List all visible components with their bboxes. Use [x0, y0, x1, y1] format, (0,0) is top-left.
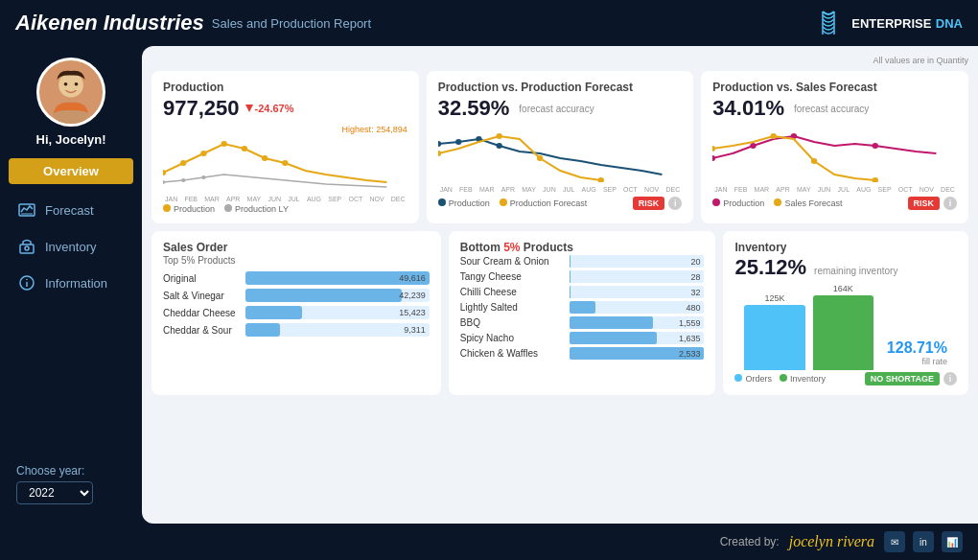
- product-bar-fill-chilli: [570, 286, 570, 298]
- no-shortage-badge: NO SHORTAGE: [865, 372, 940, 385]
- inventory-card: Inventory 25.12% remaining inventory 125…: [723, 231, 968, 395]
- chart-icon[interactable]: 📊: [942, 531, 963, 552]
- inventory-icon: [16, 236, 37, 257]
- pvf-legend: Production Production Forecast: [438, 198, 588, 208]
- pvf-footer: RISK i: [633, 197, 683, 210]
- highest-label: Highest: 254,894: [163, 125, 408, 134]
- bottom-products-title: Bottom 5% Products: [460, 241, 705, 254]
- svg-point-38: [712, 146, 715, 152]
- pvf-pct: 32.59%: [438, 96, 510, 121]
- product-bar-bg-sour: 20: [570, 255, 705, 268]
- prod-vs-sales-card: Production vs. Sales Forecast 34.01% for…: [701, 71, 968, 223]
- product-name-sour: Sour Cream & Onion: [460, 256, 566, 267]
- product-bar-fill-lightly: [570, 301, 595, 314]
- pvf-title: Production vs. Production Forecast: [438, 81, 683, 94]
- pvf-x-labels: JANFEBMARAPRMAYJUNJULAUGSEPOCTNOVDEC: [438, 186, 683, 193]
- overview-button[interactable]: Overview: [9, 158, 133, 184]
- sidebar-item-information[interactable]: Information: [9, 267, 133, 299]
- pvs-value-row: 34.01% forecast accuracy: [712, 96, 957, 121]
- pvs-info-icon[interactable]: i: [943, 197, 957, 210]
- pvs-chart: [712, 125, 957, 182]
- year-label: Choose year:: [16, 464, 126, 478]
- svg-point-22: [282, 160, 288, 166]
- inventory-info-icon[interactable]: i: [943, 372, 957, 385]
- email-icon[interactable]: ✉: [884, 531, 905, 552]
- product-name-lightly: Lightly Salted: [460, 302, 566, 313]
- pvf-info-icon[interactable]: i: [668, 197, 682, 210]
- product-name-chicken: Chicken & Waffles: [460, 348, 566, 359]
- sales-bar-cheddarsour: Cheddar & Sour 9,311: [163, 323, 430, 337]
- product-value-spicy: 1,635: [679, 334, 701, 343]
- inventory-bar-chart: 125K 164K 128.71% fill rate: [734, 284, 957, 370]
- bar-value-salt: 42,239: [399, 291, 426, 300]
- svg-point-25: [201, 175, 205, 179]
- sidebar-item-forecast[interactable]: Forecast: [9, 194, 133, 226]
- linkedin-icon[interactable]: in: [913, 531, 934, 552]
- orders-bar-label: 125K: [765, 293, 785, 303]
- sales-bar-cheddar: Cheddar Cheese 15,423: [163, 306, 430, 319]
- product-bar-bg-tangy: 28: [570, 270, 705, 283]
- bar-bg-cheddarsour: 9,311: [245, 323, 430, 337]
- pvf-risk-badge: RISK: [633, 197, 665, 210]
- content-area: All values are in Quantity Production 97…: [142, 46, 978, 524]
- svg-point-34: [712, 155, 715, 161]
- avatar: [36, 58, 105, 127]
- header-title: Aikenen Industries Sales and Production …: [15, 11, 371, 35]
- all-values-note: All values are in Quantity: [151, 56, 968, 65]
- production-x-labels: JANFEBMARAPRMAYJUNJULAUGSEPOCTNOVDEC: [163, 196, 408, 202]
- fill-rate-value: 128.71%: [887, 339, 947, 357]
- sidebar-item-inventory[interactable]: Inventory: [9, 230, 133, 263]
- svg-point-24: [181, 178, 185, 182]
- product-name-tangy: Tangy Cheese: [460, 271, 566, 282]
- svg-point-35: [751, 143, 757, 149]
- year-select[interactable]: 2022 2021 2020: [16, 481, 93, 504]
- svg-point-19: [221, 141, 226, 147]
- product-value-sour: 20: [690, 257, 700, 267]
- header-subtitle: Sales and Production Report: [212, 16, 371, 31]
- svg-point-41: [873, 177, 878, 182]
- sales-order-title: Sales Order: [163, 241, 430, 254]
- pvs-x-labels: JANFEBMARAPRMAYJUNJULAUGSEPOCTNOVDEC: [712, 186, 957, 193]
- avatar-image: [39, 58, 103, 127]
- svg-point-14: [26, 279, 28, 281]
- svg-point-31: [496, 133, 501, 139]
- svg-point-32: [537, 155, 543, 161]
- svg-point-11: [25, 246, 29, 250]
- inventory-bar: [813, 295, 873, 370]
- footer-icons: ✉ in 📊: [884, 531, 963, 552]
- pvs-pct: 34.01%: [712, 96, 784, 121]
- footer-creator-name: jocelyn rivera: [789, 533, 874, 550]
- sales-order-subtitle: Top 5% Products: [163, 255, 430, 266]
- main-layout: Hi, Jocelyn! Overview Forecast: [0, 46, 978, 524]
- product-bar-fill-sour: [570, 255, 570, 268]
- dna-icon: [813, 8, 844, 38]
- bar-fill-cheddarsour: [245, 323, 280, 337]
- svg-point-26: [438, 141, 441, 147]
- bar-bg-cheddar: 15,423: [245, 306, 430, 319]
- product-row-lightly: Lightly Salted 480: [460, 301, 705, 314]
- svg-marker-15: [245, 105, 253, 112]
- prod-vs-forecast-card: Production vs. Production Forecast 32.59…: [427, 71, 694, 223]
- svg-point-37: [873, 143, 878, 149]
- bar-fill-cheddar: [245, 306, 302, 319]
- pvs-title: Production vs. Sales Forecast: [712, 81, 957, 94]
- bottom-products-card: Bottom 5% Products Sour Cream & Onion 20…: [449, 231, 716, 395]
- production-chart-container: Highest: 254,894: [163, 125, 408, 196]
- logo-area: ENTERPRISE DNA: [813, 8, 963, 38]
- inventory-pct-label: remaining inventory: [814, 266, 897, 276]
- bottom-row: Sales Order Top 5% Products Original 49,…: [151, 231, 968, 395]
- svg-point-39: [771, 133, 777, 139]
- inventory-legend: Orders Inventory: [734, 374, 826, 384]
- information-label: Information: [45, 276, 107, 291]
- product-row-chilli: Chilli Cheese 32: [460, 286, 705, 298]
- orders-bar-container: 125K: [744, 284, 804, 370]
- svg-point-40: [811, 158, 817, 164]
- production-card: Production 977,250 -24.67% Highest: 254,…: [151, 71, 419, 223]
- pvf-pct-label: forecast accuracy: [519, 104, 594, 114]
- header: Aikenen Industries Sales and Production …: [0, 0, 978, 46]
- sales-bar-salt: Salt & Vinegar 42,239: [163, 289, 430, 302]
- product-bar-bg-chicken: 2,533: [570, 347, 705, 360]
- sales-bar-original: Original 49,616: [163, 271, 430, 285]
- pvf-chart: [438, 125, 683, 182]
- bar-value-cheddar: 15,423: [399, 308, 426, 317]
